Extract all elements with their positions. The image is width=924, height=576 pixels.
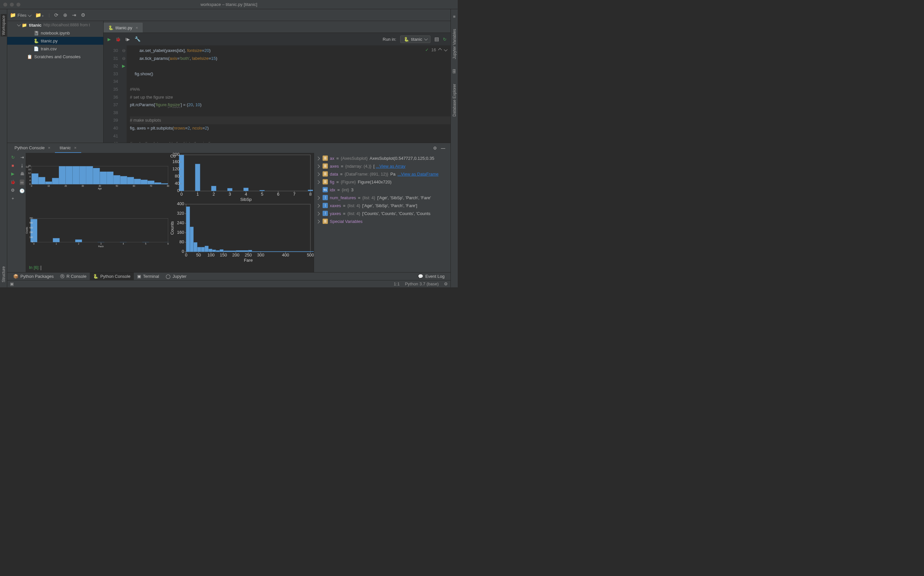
history-icon[interactable]: 🕒 — [19, 189, 25, 193]
chevron-down-icon — [17, 23, 21, 26]
rerun-icon[interactable]: ↻ — [11, 155, 15, 160]
bottom-toolbar: 📦Python Packages ⓇR Console 🐍Python Cons… — [7, 272, 450, 280]
variable-row[interactable]: ⋮yaxes = {list: 4} ['Counts', 'Counts', … — [314, 210, 450, 217]
svg-rect-60 — [308, 190, 313, 191]
run-cell-icon[interactable]: ▶ — [107, 37, 111, 42]
menu-icon[interactable]: ≡ — [453, 14, 456, 19]
debug-icon[interactable]: 🐞 — [10, 179, 16, 184]
tab-terminal[interactable]: ▣Terminal — [134, 272, 162, 280]
svg-rect-4 — [52, 178, 59, 184]
close-tab-icon[interactable]: × — [136, 25, 138, 30]
console-tab-titanic[interactable]: titanic× — [55, 143, 81, 153]
svg-rect-14 — [120, 176, 127, 184]
package-icon: 📦 — [13, 274, 18, 279]
tab-r-console[interactable]: ⓇR Console — [57, 272, 90, 280]
wrench-icon[interactable]: 🔧 — [135, 36, 141, 42]
svg-text:5: 5 — [261, 192, 263, 197]
maximize-window[interactable] — [16, 3, 21, 6]
tree-scratches[interactable]: 📋Scratches and Consoles — [7, 53, 103, 61]
attach-icon[interactable]: ⇥ — [21, 155, 24, 160]
svg-rect-8 — [79, 166, 86, 184]
settings-icon[interactable]: ⚙ — [81, 12, 85, 18]
variable-row[interactable]: ☰fig = {Figure} Figure(1440x720) — [314, 178, 450, 186]
variable-row[interactable]: ☰ax = {AxesSubplot} AxesSubplot(0.547727… — [314, 154, 450, 162]
close-icon[interactable]: × — [74, 145, 77, 150]
svg-rect-12 — [107, 171, 114, 184]
settings-icon[interactable]: ⚙ — [444, 282, 448, 286]
print-icon[interactable]: 🖶 — [20, 171, 24, 176]
svg-text:40: 40 — [99, 185, 101, 187]
status-left-icon[interactable]: ▣ — [10, 282, 14, 286]
titlebar: workspace – titanic.py [titanic] — [0, 0, 458, 9]
tab-jupyter[interactable]: ◯Jupyter — [162, 272, 190, 280]
file-tree: 📁 titanic http://localhost:8888 from t 📓… — [7, 21, 104, 143]
svg-text:240: 240 — [177, 220, 184, 225]
sync-icon[interactable]: ⟳ — [54, 12, 59, 18]
debug-cell-icon[interactable]: 🐞 — [115, 37, 121, 42]
variable-row[interactable]: ☰data = {DataFrame: (891, 12)} Pa ...Vie… — [314, 170, 450, 178]
code-editor[interactable]: 30313233343536373839404142 ⊖ ⊖▶ ax.set_y… — [104, 45, 450, 143]
svg-rect-53 — [181, 155, 311, 191]
svg-rect-135 — [205, 246, 208, 252]
add-icon[interactable]: + — [11, 196, 14, 201]
stop-icon[interactable]: ■ — [11, 163, 14, 168]
variable-row[interactable]: ⋮xaxes = {list: 4} ['Age', 'SibSp', 'Par… — [314, 202, 450, 210]
tab-event-log[interactable]: 💬Event Log — [415, 272, 448, 280]
target-icon[interactable]: ⊕ — [63, 12, 67, 18]
tree-file-titanic[interactable]: 🐍titanic.py — [7, 37, 103, 45]
close-icon[interactable]: × — [48, 145, 51, 150]
structure-tool[interactable]: Structure — [1, 266, 6, 282]
interpreter-selector[interactable]: 🐍 titanic — [400, 35, 431, 43]
svg-text:280: 280 — [29, 231, 33, 234]
close-window[interactable] — [3, 3, 7, 6]
svg-rect-1 — [32, 174, 38, 184]
run-icon[interactable]: ▶ — [11, 171, 14, 176]
variable-row[interactable]: 01idx = {int} 3 — [314, 186, 450, 194]
workspace-tool[interactable]: Workspace — [1, 14, 6, 37]
gear-icon[interactable]: ⚙ — [433, 146, 437, 150]
svg-text:Counts: Counts — [26, 227, 28, 234]
svg-text:6: 6 — [167, 243, 169, 245]
tree-root[interactable]: 📁 titanic http://localhost:8888 from t — [7, 21, 103, 29]
editor-tab-titanic[interactable]: 🐍 titanic.py × — [104, 23, 143, 32]
collapse-icon[interactable]: ⇥ — [72, 12, 76, 18]
jupyter-vars-tool[interactable]: Jupyter Variables — [452, 29, 457, 59]
svg-text:80: 80 — [167, 185, 169, 187]
plot-sibsp: 01234567804080120160200SibSpCo — [170, 153, 314, 202]
tab-python-packages[interactable]: 📦Python Packages — [10, 272, 57, 280]
console-prompt[interactable]: In [6]: — [26, 263, 314, 272]
restart-icon[interactable]: ↻ — [443, 37, 447, 42]
vars-icon[interactable]: ∞ — [20, 179, 24, 185]
check-icon: ✓ — [425, 47, 429, 52]
new-folder-icon[interactable]: 📁₊ — [35, 12, 44, 18]
interpreter-status[interactable]: Python 3.7 (base) — [405, 282, 439, 286]
settings-icon[interactable]: ⚙ — [11, 188, 15, 193]
hide-panel-icon[interactable]: — — [441, 146, 445, 150]
svg-text:200: 200 — [232, 253, 239, 258]
tree-file-notebook[interactable]: 📓notebook.ipynb — [7, 29, 103, 37]
svg-text:70: 70 — [150, 185, 152, 187]
layout-icon[interactable]: ▤ — [434, 36, 439, 42]
svg-text:1: 1 — [56, 243, 57, 245]
svg-text:150: 150 — [220, 253, 227, 258]
console-tab-python[interactable]: Python Console× — [10, 143, 55, 153]
svg-rect-13 — [114, 175, 120, 184]
svg-text:2: 2 — [212, 192, 215, 197]
minimize-window[interactable] — [10, 3, 14, 6]
files-dropdown[interactable]: 📁 Files — [10, 12, 30, 18]
variable-row[interactable]: ☰Special Variables — [314, 217, 450, 225]
db-explorer-tool[interactable]: Database Explorer — [452, 84, 457, 117]
chevron-up-icon[interactable] — [438, 48, 442, 51]
variable-row[interactable]: ⋮num_features = {list: 4} ['Age', 'SibSp… — [314, 194, 450, 202]
svg-text:100: 100 — [208, 253, 215, 258]
tree-file-train[interactable]: 📄train.csv — [7, 45, 103, 53]
inspection-widget[interactable]: ✓ 16 — [425, 47, 447, 52]
svg-text:0: 0 — [180, 192, 183, 197]
step-icon[interactable]: I▶ — [125, 37, 130, 42]
download-icon[interactable]: ⭳ — [20, 163, 24, 168]
db-icon[interactable]: 🗄 — [452, 69, 456, 74]
tab-python-console[interactable]: 🐍Python Console — [90, 272, 134, 280]
console-output[interactable]: 01020304050607080048121620AgeCo012345678… — [26, 153, 314, 272]
variable-row[interactable]: ☰axes = {ndarray: (4,)} [ ...View as Arr… — [314, 162, 450, 170]
cursor-position[interactable]: 1:1 — [394, 282, 400, 286]
